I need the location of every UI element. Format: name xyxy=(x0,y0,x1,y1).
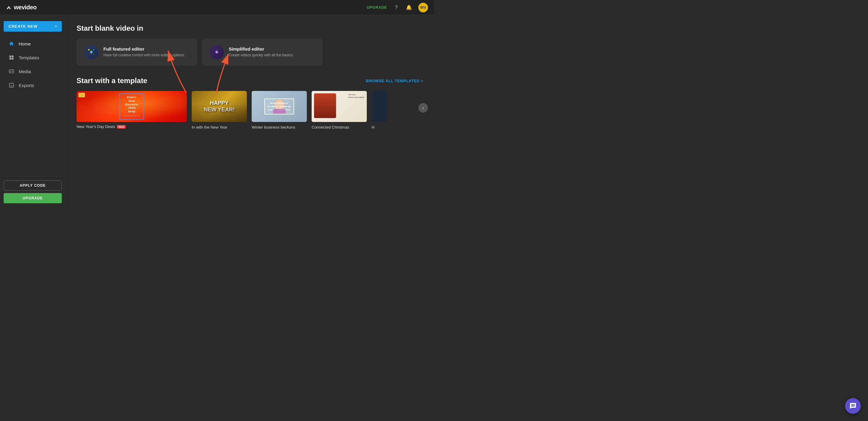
christmas-caption: This yearSanta's gone digital! xyxy=(348,93,364,99)
home-icon xyxy=(8,41,14,47)
create-new-button[interactable]: CREATE NEW ▾ xyxy=(4,21,62,32)
sidebar-item-templates-label: Templates xyxy=(19,55,39,60)
svg-point-10 xyxy=(93,49,94,50)
wevideo-logo-icon xyxy=(6,5,11,10)
media-icon xyxy=(8,68,14,74)
full-featured-title: Full featured editor xyxy=(103,46,185,52)
svg-point-9 xyxy=(88,49,90,51)
logo-text: wevideo xyxy=(14,4,36,11)
svg-rect-1 xyxy=(9,56,11,57)
svg-rect-4 xyxy=(12,58,13,60)
template-cards: 👑 Eddie'sDeepDiscountsOPEN8a-8p www.your… xyxy=(76,91,423,130)
template-label-winter-business: Winter business beckons xyxy=(252,125,296,129)
full-featured-icon xyxy=(84,45,98,59)
browse-all-templates-link[interactable]: BROWSE ALL TEMPLATES > xyxy=(366,78,423,83)
template-card-in-with-new-year[interactable]: HAPPYNEW YEAR! In with the New Year xyxy=(192,91,247,130)
simplified-editor-card[interactable]: Simplified editor Create videos quickly … xyxy=(202,38,322,66)
template-card-new-years-deals[interactable]: 👑 Eddie'sDeepDiscountsOPEN8a-8p www.your… xyxy=(76,91,187,130)
scroll-right-button[interactable]: › xyxy=(418,103,428,112)
svg-marker-0 xyxy=(7,6,11,9)
sidebar-nav: Home Templates Media Exports xyxy=(0,36,65,176)
help-icon[interactable]: ? xyxy=(393,4,400,11)
sidebar-item-home-label: Home xyxy=(19,41,31,46)
create-new-label: CREATE NEW xyxy=(8,24,37,29)
topnav-right: UPGRADE ? 🔔 WV xyxy=(367,3,428,12)
editor-cards: Full featured editor Have full creative … xyxy=(76,38,423,66)
template-label-in-with-new-year: In with the New Year xyxy=(192,125,227,129)
sidebar-item-home[interactable]: Home xyxy=(2,37,63,50)
template-thumb-partial xyxy=(372,91,387,122)
template-thumb-new-years-deals: 👑 Eddie'sDeepDiscountsOPEN8a-8p www.your… xyxy=(76,91,187,122)
template-label-partial: H xyxy=(372,125,374,129)
svg-point-13 xyxy=(216,52,217,53)
template-label-connected-christmas: Connected Christmas xyxy=(312,125,349,129)
sidebar-item-media[interactable]: Media xyxy=(2,65,63,78)
santa-bg: This yearSanta's gone digital! xyxy=(312,91,367,122)
sidebar-item-exports[interactable]: Exports xyxy=(2,78,63,92)
simplified-description: Create videos quickly with all the basic… xyxy=(229,53,293,58)
template-thumb-in-with-new-year: HAPPYNEW YEAR! xyxy=(192,91,247,122)
thumb-text: Eddie'sDeepDiscountsOPEN8a-8p xyxy=(123,96,140,113)
svg-point-6 xyxy=(10,71,11,72)
sidebar-bottom: APPLY CODE UPGRADE xyxy=(0,176,65,207)
svg-point-11 xyxy=(93,54,94,55)
winter-hat xyxy=(273,109,286,114)
svg-point-8 xyxy=(90,51,93,53)
templates-title: Start with a template xyxy=(76,76,147,85)
santa-figure xyxy=(314,93,336,118)
templates-icon xyxy=(8,55,14,61)
thumb-url: www.yourstore.com xyxy=(123,115,140,117)
full-featured-info: Full featured editor Have full creative … xyxy=(103,46,185,58)
top-nav: wevideo UPGRADE ? 🔔 WV xyxy=(0,0,434,15)
notifications-icon[interactable]: 🔔 xyxy=(406,4,412,11)
template-label-row: New Year's Day Deals New xyxy=(76,124,187,129)
create-new-chevron-icon: ▾ xyxy=(55,25,57,28)
template-label-new-years-deals: New Year's Day Deals xyxy=(76,124,115,129)
template-card-partial[interactable]: H xyxy=(372,91,387,130)
sidebar: CREATE NEW ▾ Home Templates Media xyxy=(0,15,66,210)
template-thumb-connected-christmas: This yearSanta's gone digital! xyxy=(312,91,367,122)
thumb-text-box: Eddie'sDeepDiscountsOPEN8a-8p www.yourst… xyxy=(119,93,144,119)
start-blank-title: Start blank video in xyxy=(76,24,423,33)
svg-rect-2 xyxy=(12,56,13,57)
logo-area: wevideo xyxy=(6,4,36,11)
apply-code-button[interactable]: APPLY CODE xyxy=(4,181,62,191)
exports-icon xyxy=(8,82,14,88)
simplified-info: Simplified editor Create videos quickly … xyxy=(229,46,293,58)
svg-rect-5 xyxy=(9,70,14,73)
full-featured-description: Have full creative control with more edi… xyxy=(103,53,185,58)
main-content: Start blank video in Full featured edito… xyxy=(66,15,434,210)
simplified-title: Simplified editor xyxy=(229,46,293,52)
new-badge: New xyxy=(117,125,126,129)
svg-rect-3 xyxy=(9,58,11,60)
topnav-upgrade-link[interactable]: UPGRADE xyxy=(367,5,387,10)
crown-badge: 👑 xyxy=(79,93,85,97)
sidebar-upgrade-button[interactable]: UPGRADE xyxy=(4,193,62,203)
body-layout: CREATE NEW ▾ Home Templates Media xyxy=(0,15,434,210)
sidebar-item-exports-label: Exports xyxy=(19,83,34,88)
full-featured-editor-card[interactable]: Full featured editor Have full creative … xyxy=(76,38,197,66)
winter-box-container: Winter Beckons.Be Warm, Bundle Upand Vis… xyxy=(252,91,307,122)
templates-header: Start with a template BROWSE ALL TEMPLAT… xyxy=(76,76,423,85)
simplified-icon xyxy=(210,45,224,59)
sidebar-item-templates[interactable]: Templates xyxy=(2,51,63,64)
template-card-connected-christmas[interactable]: This yearSanta's gone digital! Connected… xyxy=(312,91,367,130)
template-card-winter-business[interactable]: Winter Beckons.Be Warm, Bundle Upand Vis… xyxy=(252,91,307,130)
avatar[interactable]: WV xyxy=(418,3,428,12)
sidebar-item-media-label: Media xyxy=(19,69,31,74)
template-thumb-winter-business: Winter Beckons.Be Warm, Bundle Upand Vis… xyxy=(252,91,307,122)
